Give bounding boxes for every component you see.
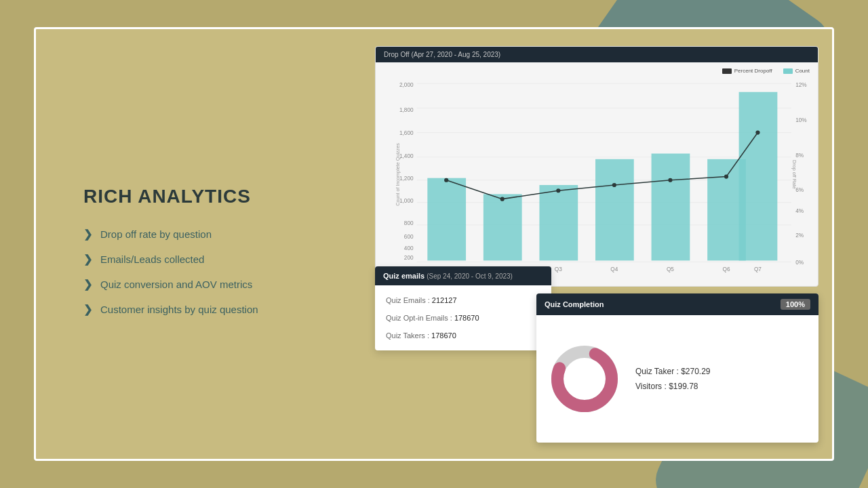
- svg-rect-31: [739, 92, 778, 261]
- stat-row-1: Quiz Emails : 212127: [386, 296, 540, 304]
- chart-body: Percent Dropoff Count 2,000 1,800 1,600 …: [376, 62, 818, 283]
- completion-badge: 100%: [781, 299, 810, 310]
- bullet-text-4: Customer insights by quiz question: [100, 304, 258, 315]
- legend-color-percent: [722, 68, 732, 74]
- chart-title: Drop Off (Apr 27, 2020 - Aug 25, 2023): [384, 51, 500, 58]
- svg-text:1,600: 1,600: [399, 130, 414, 136]
- bullet-list: ❯ Drop off rate by question ❯ Emails/Lea…: [83, 228, 328, 316]
- quiz-emails-body: Quiz Emails : 212127 Quiz Opt-in Emails …: [375, 285, 551, 350]
- svg-text:1,800: 1,800: [399, 107, 414, 113]
- completion-stat-2: Visitors : $199.78: [635, 382, 711, 391]
- stat-value-1: 212127: [432, 296, 457, 304]
- bullet-item-3: ❯ Quiz conversion and AOV metrics: [83, 278, 328, 291]
- legend-label-percent: Percent Dropoff: [734, 68, 772, 74]
- chevron-icon-2: ❯: [83, 253, 92, 266]
- stat-row-3: Quiz Takers : 178670: [386, 331, 540, 340]
- svg-text:1,000: 1,000: [399, 198, 414, 204]
- svg-text:Count of Incomplete Quizzes: Count of Incomplete Quizzes: [395, 143, 401, 206]
- svg-point-33: [500, 197, 505, 201]
- svg-rect-25: [427, 178, 466, 261]
- svg-text:Q6: Q6: [723, 266, 730, 272]
- bullet-item-4: ❯ Customer insights by quiz question: [83, 303, 328, 316]
- svg-rect-29: [652, 154, 690, 261]
- svg-text:400: 400: [404, 245, 414, 251]
- svg-point-36: [668, 178, 672, 182]
- svg-point-34: [556, 188, 560, 192]
- stat-label-3: Quiz Takers :: [386, 331, 429, 340]
- svg-text:Q7: Q7: [754, 266, 762, 272]
- completion-stats: Quiz Taker : $270.29 Visitors : $199.78: [635, 367, 711, 391]
- svg-text:Drop off Rate: Drop off Rate: [791, 160, 797, 189]
- bullet-text-3: Quiz conversion and AOV metrics: [100, 279, 252, 290]
- quiz-emails-title: Quiz emails (Sep 24, 2020 - Oct 9, 2023): [383, 272, 513, 280]
- svg-point-37: [724, 175, 728, 179]
- svg-point-32: [444, 178, 448, 182]
- completion-header: Quiz Completion 100%: [536, 293, 818, 315]
- chevron-icon-1: ❯: [83, 228, 92, 241]
- svg-text:0%: 0%: [795, 260, 804, 266]
- bullet-text-1: Drop off rate by question: [100, 228, 212, 240]
- stat-label-1: Quiz Emails :: [386, 296, 430, 304]
- bullet-item-2: ❯ Emails/Leads collected: [83, 253, 328, 266]
- stat-value-2: 178670: [454, 314, 479, 322]
- svg-rect-27: [539, 185, 578, 260]
- chart-legend: Percent Dropoff Count: [381, 68, 810, 74]
- legend-count: Count: [783, 68, 810, 74]
- svg-text:200: 200: [404, 255, 414, 261]
- svg-text:1,400: 1,400: [399, 153, 414, 159]
- svg-text:2,000: 2,000: [399, 82, 414, 88]
- svg-text:1,200: 1,200: [399, 176, 414, 182]
- svg-text:10%: 10%: [795, 117, 807, 123]
- svg-point-35: [612, 183, 616, 187]
- quiz-completion-card: Quiz Completion 100% Quiz Taker : $270.2…: [536, 293, 818, 443]
- legend-percent: Percent Dropoff: [722, 68, 772, 74]
- legend-color-count: [783, 68, 793, 74]
- stat-value-3: 178670: [431, 331, 456, 340]
- svg-text:Q3: Q3: [555, 266, 562, 272]
- right-panel: Drop Off (Apr 27, 2020 - Aug 25, 2023) P…: [361, 29, 832, 459]
- stat-label-2: Quiz Opt-in Emails :: [386, 314, 452, 322]
- bar-chart-svg: 2,000 1,800 1,600 1,400 1,200 1,000 800 …: [381, 77, 810, 272]
- completion-stat-1: Quiz Taker : $270.29: [635, 367, 711, 376]
- svg-text:Q5: Q5: [667, 266, 674, 272]
- legend-label-count: Count: [795, 68, 810, 74]
- slide-container: RICH ANALYTICS ❯ Drop off rate by questi…: [34, 27, 834, 461]
- donut-svg: [547, 342, 622, 416]
- drop-off-chart: Drop Off (Apr 27, 2020 - Aug 25, 2023) P…: [375, 46, 818, 287]
- completion-body: Quiz Taker : $270.29 Visitors : $199.78: [536, 315, 818, 443]
- quiz-emails-header: Quiz emails (Sep 24, 2020 - Oct 9, 2023): [375, 266, 551, 285]
- completion-stat-label-1: Quiz Taker :: [635, 367, 679, 376]
- bullet-item-1: ❯ Drop off rate by question: [83, 228, 328, 241]
- svg-text:800: 800: [404, 220, 414, 226]
- svg-rect-28: [595, 159, 634, 261]
- donut-chart: [547, 342, 622, 416]
- slide-title: RICH ANALYTICS: [83, 186, 328, 207]
- svg-text:4%: 4%: [795, 208, 804, 214]
- chevron-icon-3: ❯: [83, 278, 92, 291]
- svg-text:600: 600: [404, 234, 414, 240]
- svg-text:Q4: Q4: [610, 266, 618, 272]
- chart-svg-wrapper: 2,000 1,800 1,600 1,400 1,200 1,000 800 …: [381, 77, 810, 272]
- completion-stat-label-2: Visitors :: [635, 382, 667, 391]
- completion-stat-value-2: $199.78: [669, 382, 698, 391]
- chevron-icon-4: ❯: [83, 303, 92, 316]
- left-panel: RICH ANALYTICS ❯ Drop off rate by questi…: [36, 29, 361, 459]
- svg-text:12%: 12%: [795, 82, 807, 88]
- svg-text:2%: 2%: [795, 232, 804, 239]
- completion-title: Quiz Completion: [545, 300, 604, 308]
- chart-header: Drop Off (Apr 27, 2020 - Aug 25, 2023): [376, 47, 818, 62]
- bullet-text-2: Emails/Leads collected: [100, 253, 204, 265]
- svg-text:8%: 8%: [795, 152, 804, 159]
- stat-row-2: Quiz Opt-in Emails : 178670: [386, 314, 540, 322]
- completion-stat-value-1: $270.29: [681, 367, 710, 376]
- quiz-emails-card: Quiz emails (Sep 24, 2020 - Oct 9, 2023)…: [375, 266, 551, 350]
- svg-point-38: [755, 130, 760, 134]
- svg-rect-26: [484, 194, 522, 260]
